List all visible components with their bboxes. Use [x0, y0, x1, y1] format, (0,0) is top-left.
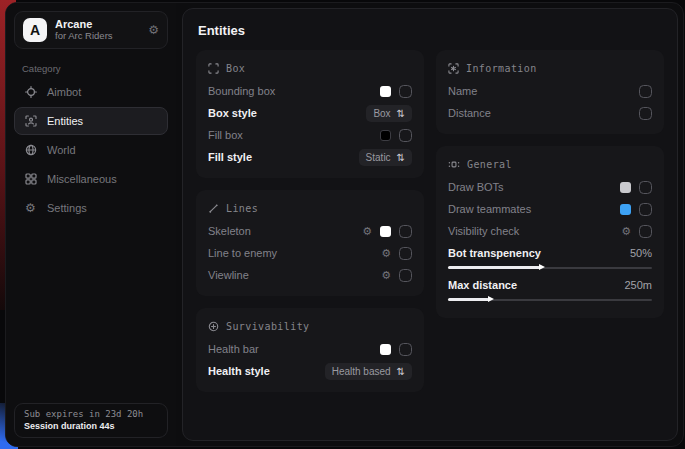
dropdown-health-style[interactable]: Health based⇅ — [325, 363, 412, 380]
setting-row-fill-style: Fill styleStatic⇅ — [208, 146, 412, 168]
checkbox-health-bar[interactable] — [399, 343, 412, 356]
row-gear-icon[interactable]: ⚙ — [381, 248, 391, 259]
setting-label: Health bar — [208, 343, 259, 355]
setting-label: Name — [448, 85, 477, 97]
setting-label: Draw BOTs — [448, 181, 504, 193]
setting-label: Box style — [208, 107, 257, 119]
checkbox-viewline[interactable] — [399, 269, 412, 282]
entities-scan-icon — [24, 115, 37, 127]
setting-label: Health style — [208, 365, 270, 377]
setting-row-name: Name — [448, 80, 652, 102]
checkbox-bounding-box[interactable] — [399, 85, 412, 98]
layout-grid-icon — [24, 173, 37, 185]
sidebar-item-label: Entities — [47, 115, 83, 127]
globe-icon — [24, 144, 37, 156]
setting-row-visibility-check: Visibility check⚙ — [448, 220, 652, 242]
section-title: Survivability — [226, 321, 309, 332]
checkbox-name[interactable] — [639, 85, 652, 98]
sidebar-item-world[interactable]: World — [14, 136, 168, 164]
row-gear-icon[interactable]: ⚙ — [381, 270, 391, 281]
slider-track-bot-transpenency[interactable] — [448, 266, 652, 269]
subscription-card: Sub expires in 23d 20h Session duration … — [14, 403, 168, 438]
row-controls — [639, 107, 652, 120]
checkbox-draw-teammates[interactable] — [639, 203, 652, 216]
row-controls — [620, 181, 652, 194]
setting-label: Distance — [448, 107, 491, 119]
setting-row-skeleton: Skeleton⚙ — [208, 220, 412, 242]
slider-thumb[interactable] — [539, 264, 545, 270]
section-card-lines: LinesSkeleton⚙Line to enemy⚙Viewline⚙ — [196, 190, 424, 296]
setting-label: Skeleton — [208, 225, 251, 237]
main-panel: Entities BoxBounding boxBox styleBox⇅Fil… — [182, 8, 678, 441]
settings-column: BoxBounding boxBox styleBox⇅Fill boxFill… — [196, 50, 424, 392]
setting-label: Line to enemy — [208, 247, 277, 259]
dropdown-fill-style[interactable]: Static⇅ — [359, 149, 412, 166]
row-gear-icon[interactable]: ⚙ — [621, 226, 631, 237]
color-swatch-fill-box[interactable] — [380, 130, 391, 141]
app-window: A Arcane for Arc Riders ⚙ Category Aimbo… — [5, 2, 684, 447]
setting-row-bounding-box: Bounding box — [208, 80, 412, 102]
slider-row: Bot transpenency50% — [448, 244, 652, 262]
dropdown-box-style[interactable]: Box⇅ — [366, 105, 412, 122]
setting-label: Fill box — [208, 129, 243, 141]
color-swatch-draw-teammates[interactable] — [620, 204, 631, 215]
slider-label: Max distance — [448, 279, 517, 291]
crosshair-icon — [24, 86, 37, 98]
slider-value: 50% — [630, 247, 652, 259]
slider-fill — [448, 298, 489, 301]
app-header-card: A Arcane for Arc Riders ⚙ — [14, 11, 168, 49]
info-scan-icon — [448, 63, 459, 74]
updown-arrows-icon: ⇅ — [397, 366, 405, 377]
slider-fill — [448, 266, 540, 269]
color-swatch-skeleton[interactable] — [380, 226, 391, 237]
checkbox-distance[interactable] — [639, 107, 652, 120]
header-gear-icon[interactable]: ⚙ — [148, 23, 159, 37]
row-controls — [620, 203, 652, 216]
updown-arrows-icon: ⇅ — [397, 108, 405, 119]
color-swatch-draw-bots[interactable] — [620, 182, 631, 193]
row-controls — [380, 343, 412, 356]
dropdown-value: Static — [366, 152, 391, 163]
section-title: Box — [226, 63, 245, 74]
section-header: Box — [208, 59, 412, 77]
list-grid-icon — [448, 159, 460, 170]
row-controls: Health based⇅ — [325, 363, 412, 380]
checkbox-fill-box[interactable] — [399, 129, 412, 142]
main-area: Entities BoxBounding boxBox styleBox⇅Fil… — [176, 3, 683, 446]
session-duration-text: Session duration 44s — [24, 421, 158, 431]
checkbox-skeleton[interactable] — [399, 225, 412, 238]
sidebar-item-aimbot[interactable]: Aimbot — [14, 78, 168, 106]
setting-row-distance: Distance — [448, 102, 652, 124]
setting-label: Visibility check — [448, 225, 519, 237]
row-controls: ⚙ — [621, 225, 652, 238]
section-title: Information — [466, 63, 537, 74]
checkbox-visibility-check[interactable] — [639, 225, 652, 238]
row-controls — [639, 85, 652, 98]
sidebar: A Arcane for Arc Riders ⚙ Category Aimbo… — [6, 3, 176, 446]
color-swatch-health-bar[interactable] — [380, 344, 391, 355]
app-name: Arcane — [55, 18, 140, 31]
slider-thumb[interactable] — [488, 296, 494, 302]
sidebar-nav: AimbotEntitiesWorldMiscellaneous⚙Setting… — [14, 78, 168, 223]
section-header: General — [448, 155, 652, 173]
sidebar-item-entities[interactable]: Entities — [14, 107, 168, 135]
sidebar-item-settings[interactable]: ⚙Settings — [14, 194, 168, 222]
color-swatch-bounding-box[interactable] — [380, 86, 391, 97]
sidebar-item-miscellaneous[interactable]: Miscellaneous — [14, 165, 168, 193]
setting-row-health-bar: Health bar — [208, 338, 412, 360]
setting-row-draw-teammates: Draw teammates — [448, 198, 652, 220]
slider-label: Bot transpenency — [448, 247, 541, 259]
setting-row-fill-box: Fill box — [208, 124, 412, 146]
row-controls: ⚙ — [381, 247, 412, 260]
slider-track-max-distance[interactable] — [448, 298, 652, 301]
checkbox-line-to-enemy[interactable] — [399, 247, 412, 260]
sidebar-item-label: Aimbot — [47, 86, 81, 98]
slider-row: Max distance250m — [448, 276, 652, 294]
sub-expires-text: Sub expires in 23d 20h — [24, 409, 158, 419]
checkbox-draw-bots[interactable] — [639, 181, 652, 194]
row-controls — [380, 129, 412, 142]
sidebar-item-label: World — [47, 144, 76, 156]
updown-arrows-icon: ⇅ — [397, 152, 405, 163]
app-subtitle: for Arc Riders — [55, 31, 140, 42]
row-gear-icon[interactable]: ⚙ — [362, 226, 372, 237]
